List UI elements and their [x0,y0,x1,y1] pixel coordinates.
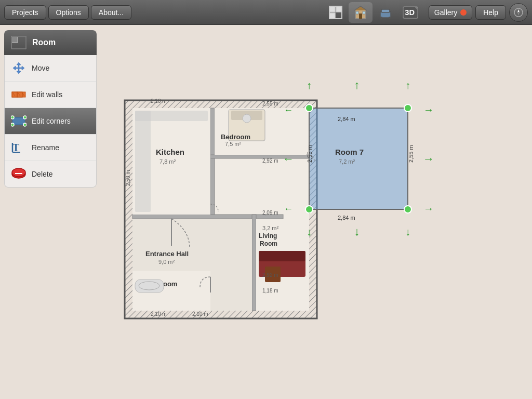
svg-rect-25 [135,111,208,121]
edit-corners-icon [11,113,26,129]
svg-rect-3 [329,13,335,19]
svg-rect-50 [309,108,408,209]
svg-text:2,10 m: 2,10 m [151,98,167,104]
menu-item-move[interactable]: Move [5,55,96,82]
building-view-button[interactable] [349,2,373,23]
svg-text:→: → [423,152,434,165]
projects-button[interactable]: Projects [4,5,46,20]
svg-text:3D: 3D [405,8,415,17]
floor-plan-svg: Kitchen 7,8 m² Bedroom 7,5 m² Entrance H… [99,54,436,396]
svg-rect-22 [210,155,309,158]
svg-text:2,55 m: 2,55 m [408,145,414,163]
left-panel: Room Move Edit walls [4,30,97,188]
svg-rect-10 [380,17,382,19]
svg-text:2,92 m: 2,92 m [262,272,278,278]
menu-item-edit-walls[interactable]: Edit walls [5,82,96,108]
menu-item-delete[interactable]: Delete [5,161,96,187]
svg-text:Kitchen: Kitchen [156,148,184,156]
gallery-indicator [460,9,467,16]
svg-text:7,2 m²: 7,2 m² [339,158,355,165]
move-label: Move [32,64,49,72]
panel-menu: Move Edit walls Edit corners [4,55,97,188]
svg-point-58 [404,104,411,112]
delete-icon [11,166,26,182]
svg-point-59 [305,206,313,213]
svg-rect-83 [11,36,18,43]
svg-text:Room: Room [260,240,277,247]
rename-label: Rename [32,143,59,152]
svg-point-95 [23,123,26,126]
svg-point-31 [243,114,251,123]
svg-rect-7 [363,11,365,14]
svg-text:9,0 m²: 9,0 m² [158,259,175,265]
svg-text:3,2 m²: 3,2 m² [262,225,279,231]
right-buttons: Gallery Help [429,3,528,22]
topbar: Projects Options About... [0,0,532,25]
gallery-button[interactable]: Gallery [429,5,472,20]
edit-corners-label: Edit corners [32,117,71,125]
view-tools: 3D [324,2,422,23]
svg-point-94 [11,123,14,126]
svg-text:2,50 m: 2,50 m [125,170,131,186]
svg-rect-40 [259,251,305,261]
svg-point-60 [404,206,411,213]
edit-walls-icon [11,87,26,102]
floorplan-view-button[interactable] [324,2,348,23]
svg-point-57 [305,104,313,112]
svg-text:↑: ↑ [354,78,360,91]
svg-point-93 [23,116,26,119]
svg-rect-20 [132,215,283,219]
svg-text:2,10 m: 2,10 m [192,311,208,317]
svg-rect-24 [135,111,151,212]
svg-text:Living: Living [259,232,277,240]
svg-text:Bedroom: Bedroom [221,133,250,141]
svg-text:T: T [12,142,20,153]
help-button[interactable]: Help [475,5,506,20]
edit-walls-label: Edit walls [32,90,62,99]
svg-text:↑: ↑ [307,79,312,91]
svg-text:Room 7: Room 7 [335,148,364,156]
svg-text:2,84 m: 2,84 m [338,215,355,221]
svg-text:→: → [423,104,434,115]
options-button[interactable]: Options [48,5,89,20]
svg-text:2,92 m: 2,92 m [262,158,278,164]
room-header-icon [10,34,27,51]
svg-rect-1 [329,6,335,12]
svg-text:2,55 m: 2,55 m [262,101,278,107]
svg-rect-91 [12,117,25,125]
svg-text:←: ← [283,152,294,165]
panel-header: Room [4,30,97,55]
svg-text:1,18 m: 1,18 m [262,288,278,294]
delete-label: Delete [32,170,52,178]
svg-text:↑: ↑ [405,79,410,91]
svg-text:←: ← [284,105,293,115]
svg-text:2,55 m: 2,55 m [307,145,313,163]
svg-rect-2 [336,6,342,12]
svg-text:→: → [423,203,434,214]
svg-point-92 [11,116,14,119]
svg-rect-9 [381,9,390,12]
compass-button[interactable] [509,3,528,22]
svg-text:↓: ↓ [354,225,360,238]
rename-icon: T [11,140,26,155]
svg-text:←: ← [284,204,293,214]
svg-text:7,5 m²: 7,5 m² [225,141,242,147]
svg-text:7,8 m²: 7,8 m² [159,158,176,165]
svg-text:↓: ↓ [307,226,312,237]
svg-rect-5 [359,14,362,19]
svg-rect-21 [252,215,256,311]
svg-text:2,84 m: 2,84 m [338,116,355,122]
svg-text:Entrance Hall: Entrance Hall [145,250,189,258]
menu-item-rename[interactable]: T Rename [5,135,96,161]
move-icon [11,60,26,76]
panel-title: Room [32,38,56,47]
svg-text:2,09 m: 2,09 m [262,210,278,216]
furniture-view-button[interactable] [374,2,397,23]
about-button[interactable]: About... [91,5,131,20]
3d-view-button[interactable]: 3D [398,2,422,23]
svg-text:↓: ↓ [405,226,410,237]
menu-item-edit-corners[interactable]: Edit corners [5,108,96,135]
svg-rect-6 [356,11,358,14]
svg-point-100 [12,168,25,177]
svg-text:2,10 m: 2,10 m [151,311,167,317]
